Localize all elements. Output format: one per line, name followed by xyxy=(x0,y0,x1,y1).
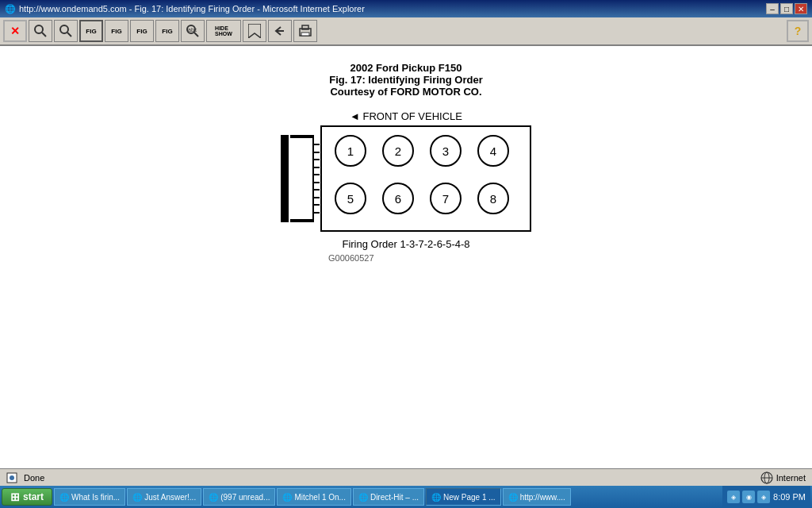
taskbar-item-6[interactable]: 🌐 http://www.... xyxy=(503,488,571,506)
svg-line-5 xyxy=(194,33,198,37)
help-button[interactable]: ? xyxy=(787,20,809,42)
tick xyxy=(314,152,320,153)
svg-point-12 xyxy=(10,475,14,480)
back-button[interactable] xyxy=(268,20,292,42)
task-label-3: Mitchel 1 On... xyxy=(294,493,345,502)
vehicle-title: 2002 Ford Pickup F150 xyxy=(329,62,483,74)
taskbar-item-1[interactable]: 🌐 Just Answer!... xyxy=(127,488,201,506)
taskbar-item-0[interactable]: 🌐 What Is firin... xyxy=(54,488,125,506)
part-number: G00060527 xyxy=(328,253,374,263)
fig-title: Fig. 17: Identifying Firing Order xyxy=(329,74,483,86)
ie-icon-3: 🌐 xyxy=(282,493,292,502)
taskbar-right: ◈ ◉ ◈ 8:09 PM xyxy=(722,486,810,508)
stop-button[interactable]: ✕ xyxy=(3,20,27,42)
cylinder-6: 6 xyxy=(382,183,414,214)
task-label-5: New Page 1 ... xyxy=(443,493,496,502)
cylinder-2: 2 xyxy=(382,135,414,167)
title-bar-controls[interactable]: – □ ✕ xyxy=(766,3,807,14)
svg-line-1 xyxy=(42,33,46,37)
page-icon xyxy=(6,472,17,483)
cylinder-8: 8 xyxy=(477,183,509,214)
title-bar-left: 🌐 http://www.ondemand5.com - Fig. 17: Id… xyxy=(5,4,365,14)
h-connector xyxy=(290,135,312,222)
clock: 8:09 PM xyxy=(773,492,806,502)
start-button[interactable]: ⊞ start xyxy=(2,488,52,506)
toolbar: ✕ FIG FIG FIG FIG abc HIDESHOW ? xyxy=(0,17,812,46)
ie-icon-6: 🌐 xyxy=(508,493,518,502)
tick-strip xyxy=(312,135,320,222)
svg-text:abc: abc xyxy=(188,27,197,33)
cylinder-4: 4 xyxy=(477,135,509,167)
engine-box: 1 2 3 4 5 6 7 8 xyxy=(320,125,531,232)
taskbar: ⊞ start 🌐 What Is firin... 🌐 Just Answer… xyxy=(0,486,812,508)
globe-icon xyxy=(760,471,773,484)
tick xyxy=(314,182,320,183)
cylinder-1: 1 xyxy=(335,135,366,167)
tick xyxy=(314,212,320,214)
tray-icon-2: ◉ xyxy=(742,491,755,503)
window-title: http://www.ondemand5.com - Fig. 17: Iden… xyxy=(19,4,365,13)
ie-icon-4: 🌐 xyxy=(358,493,368,502)
task-label-0: What Is firin... xyxy=(71,493,120,502)
ie-icon-2: 🌐 xyxy=(209,493,218,502)
content-area: 2002 Ford Pickup F150 Fig. 17: Identifyi… xyxy=(0,46,812,468)
internet-label: Internet xyxy=(760,471,806,484)
minimize-button[interactable]: – xyxy=(766,3,779,14)
print-button[interactable] xyxy=(293,20,317,42)
ie-icon-5: 🌐 xyxy=(431,493,441,502)
tray-icon-1: ◈ xyxy=(727,491,740,503)
tick xyxy=(314,189,320,190)
start-label: start xyxy=(23,491,44,502)
task-label-6: http://www.... xyxy=(520,493,565,502)
page-title: 2002 Ford Pickup F150 Fig. 17: Identifyi… xyxy=(329,62,483,98)
courtesy-line: Courtesy of FORD MOTOR CO. xyxy=(329,86,483,98)
taskbar-item-3[interactable]: 🌐 Mitchel 1 On... xyxy=(277,488,350,506)
fig-button-4[interactable]: FIG xyxy=(155,20,179,42)
vert-bar xyxy=(281,135,289,222)
tick xyxy=(314,197,320,198)
ie-icon-0: 🌐 xyxy=(59,493,69,502)
svg-line-3 xyxy=(67,33,71,37)
fig-button-3[interactable]: FIG xyxy=(130,20,154,42)
title-bar: 🌐 http://www.ondemand5.com - Fig. 17: Id… xyxy=(0,0,812,17)
maximize-button[interactable]: □ xyxy=(780,3,793,14)
task-label-4: Direct-Hit – ... xyxy=(370,493,419,502)
fig-button-1[interactable]: FIG xyxy=(79,20,103,42)
svg-point-2 xyxy=(60,25,68,33)
top-horiz xyxy=(290,135,312,138)
engine-wrapper: 1 2 3 4 5 6 7 8 xyxy=(281,125,531,232)
tick xyxy=(314,204,320,206)
status-text: Done xyxy=(24,473,44,483)
cylinder-3: 3 xyxy=(430,135,462,167)
close-button[interactable]: ✕ xyxy=(795,3,807,14)
firing-order: Firing Order 1-3-7-2-6-5-4-8 xyxy=(342,238,469,250)
fig-button-2[interactable]: FIG xyxy=(105,20,128,42)
system-tray: ◈ ◉ ◈ xyxy=(727,491,770,503)
tray-icon-3: ◈ xyxy=(757,491,770,503)
search-button-1[interactable] xyxy=(29,20,52,42)
cylinder-5: 5 xyxy=(335,183,366,214)
front-label: ◄ FRONT OF VEHICLE xyxy=(350,110,462,122)
tick xyxy=(314,167,320,168)
left-connector xyxy=(281,135,320,222)
svg-marker-7 xyxy=(248,24,261,38)
bookmark-button[interactable] xyxy=(243,20,266,42)
svg-rect-10 xyxy=(301,33,309,36)
cylinder-7: 7 xyxy=(430,183,462,214)
tick xyxy=(314,144,320,145)
find-button[interactable]: abc xyxy=(181,20,205,42)
tick xyxy=(314,174,320,175)
svg-rect-9 xyxy=(302,25,308,29)
tick xyxy=(314,159,320,160)
svg-point-0 xyxy=(35,25,43,33)
ie-icon-1: 🌐 xyxy=(132,493,142,502)
search-button-2[interactable] xyxy=(54,20,78,42)
taskbar-item-4[interactable]: 🌐 Direct-Hit – ... xyxy=(353,488,424,506)
hide-show-button[interactable]: HIDESHOW xyxy=(206,20,241,42)
bot-horiz xyxy=(290,219,312,222)
taskbar-item-2[interactable]: 🌐 (997 unread... xyxy=(203,488,275,506)
taskbar-item-5[interactable]: 🌐 New Page 1 ... xyxy=(426,488,501,506)
task-label-2: (997 unread... xyxy=(220,493,270,502)
task-label-1: Just Answer!... xyxy=(144,493,196,502)
diagram: ◄ FRONT OF VEHICLE xyxy=(281,110,531,263)
